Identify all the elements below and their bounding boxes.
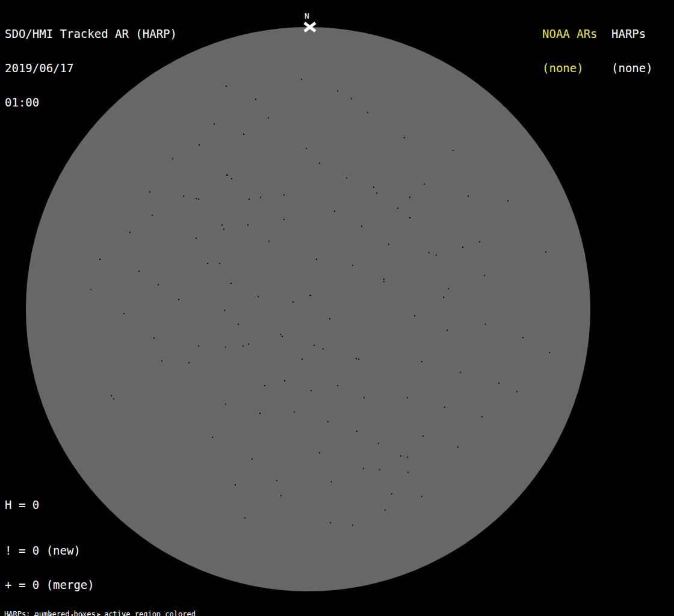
speck [149,191,150,192]
speck [549,352,550,353]
speck [196,238,197,239]
harps-count: (none) [611,63,653,74]
speck [225,404,226,405]
speck [421,361,422,362]
speck [397,208,398,209]
speck [280,334,281,335]
speck [485,324,486,325]
harps-label: HARPs [611,28,653,40]
speck [268,117,269,119]
speck [367,112,368,113]
speck [352,525,353,526]
frame-date: 2019/06/17 [5,63,177,74]
speck [247,224,249,226]
speck [198,199,199,200]
speck [230,283,232,284]
speck [319,452,320,454]
speck [129,232,131,233]
speck [199,144,200,146]
speck [276,480,277,481]
speck [363,468,364,469]
speck [90,289,91,290]
speck [383,279,385,280]
speck [462,247,463,248]
header-block: SDO/HMI Tracked AR (HARP) 2019/06/17 01:… [5,5,177,131]
speck [231,178,232,179]
speck [219,263,220,264]
speck [111,395,112,396]
speck [388,244,389,245]
speck [443,297,444,298]
speck [260,197,261,198]
speck [223,229,224,230]
speck [172,158,173,159]
speck [226,174,228,176]
speck [356,431,357,432]
footnote-harps: HARPs: numbered boxes; active region col… [4,611,256,616]
speck [314,345,315,346]
frame-time: 01:00 [5,97,177,108]
harp-tracking-frame: N SDO/HMI Tracked AR (HARP) 2019/06/17 0… [0,0,674,616]
speck [316,259,317,260]
speck [391,493,392,494]
flag-legend-item: + = 0 (merge) [5,579,135,591]
speck [138,271,140,272]
speck [361,226,362,227]
speck [248,343,249,345]
speck [507,200,509,202]
speck [249,199,250,200]
speck [264,385,265,386]
speck [444,407,445,408]
speck [407,457,408,458]
speck [294,411,295,413]
speck [407,397,408,398]
noaa-ars-column: NOAA ARs (none) [542,5,598,97]
speck [448,288,449,289]
speck [243,134,244,135]
speck [319,162,320,164]
speck [331,481,332,482]
speck [468,196,469,197]
speck [309,295,311,296]
speck [283,194,285,196]
speck [207,263,208,264]
speck [352,265,353,266]
speck [421,496,422,497]
harp-count-line: H = 0 [5,499,39,511]
speck [258,296,259,297]
speck [323,348,324,350]
speck [225,346,226,348]
footnotes: HARPs: numbered boxes; active region col… [4,596,256,616]
speck [188,362,190,363]
speck [178,299,179,300]
speck [226,85,227,87]
speck [306,148,307,149]
speck [337,90,338,91]
speck [252,458,253,460]
speck [409,217,410,218]
speck [385,510,386,511]
flag-legend-item: ! = 0 (new) [5,545,135,556]
speck [123,313,125,314]
app-title: SDO/HMI Tracked AR (HARP) [5,28,177,40]
speck [414,315,415,316]
speck [407,472,409,473]
speck [404,137,405,138]
speck [334,211,335,212]
speck [373,186,374,188]
speck [436,254,437,256]
speck [214,123,215,125]
speck [329,318,330,319]
speck [400,455,401,457]
speck [183,196,184,197]
speck [152,215,153,216]
speck [522,337,524,338]
speck [498,383,499,384]
speck [516,391,518,392]
speck [99,259,100,260]
speck [280,495,282,496]
speck [479,241,480,242]
speck [255,99,256,100]
speck [460,372,461,373]
speck [282,336,283,337]
